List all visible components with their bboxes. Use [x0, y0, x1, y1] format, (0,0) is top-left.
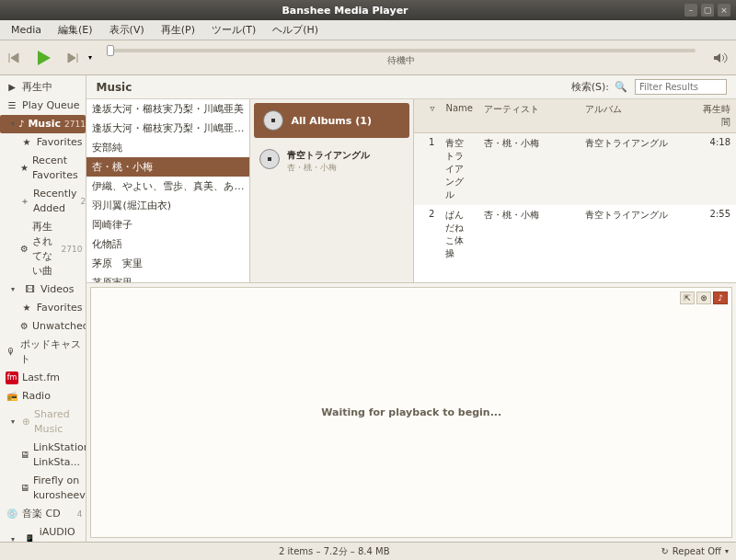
col-time[interactable]: 再生時間 — [690, 99, 736, 132]
col-album[interactable]: アルバム — [580, 99, 690, 132]
menubar: Media 編集(E) 表示(V) 再生(P) ツール(T) ヘルプ(H) — [0, 20, 736, 40]
artist-row[interactable]: 伊織、やよい、雪歩、真美、あずさ — [86, 177, 249, 196]
menu-media[interactable]: Media — [4, 22, 49, 38]
repeat-toggle[interactable]: ↻ Repeat Off ▾ — [661, 546, 729, 556]
status-summary: 2 items – 7.2分 – 8.4 MB — [7, 545, 661, 558]
search-input[interactable] — [635, 79, 727, 95]
podcast-icon: 🎙 — [6, 346, 17, 359]
previous-button[interactable] — [6, 48, 26, 68]
sidebar-recently-added[interactable]: ＋Recently Added2710 — [0, 185, 86, 218]
sidebar-firefly[interactable]: 🖥Firefly on kurosheeva — [0, 472, 86, 505]
expander-icon[interactable]: ▾ — [11, 532, 19, 542]
track-header[interactable]: ▿ Name アーティスト アルバム 再生時間 — [414, 99, 736, 133]
artist-row[interactable]: 茅原実里 — [86, 273, 249, 282]
close-pane-button[interactable]: ⊗ — [696, 291, 711, 304]
minimize-button[interactable]: – — [684, 4, 697, 17]
menu-view[interactable]: 表示(V) — [102, 21, 152, 39]
artist-row[interactable]: 逢坂大河・櫛枝実乃梨・川嶋亜美 — [86, 99, 249, 119]
window-controls: – ▢ × — [684, 4, 730, 17]
sidebar-radio[interactable]: 📻Radio — [0, 387, 86, 406]
undock-button[interactable]: ⇱ — [680, 291, 695, 304]
sidebar-favorites[interactable]: ★Favorites — [0, 133, 86, 152]
sidebar-lastfm[interactable]: fmLast.fm — [0, 369, 86, 387]
artist-list[interactable]: 逢坂大河・櫛枝実乃梨・川嶋亜美逢坂大河・櫛枝実乃梨・川嶋亜美 (CV:...安部… — [86, 99, 250, 282]
browser: 逢坂大河・櫛枝実乃梨・川嶋亜美逢坂大河・櫛枝実乃梨・川嶋亜美 (CV:...安部… — [86, 99, 736, 283]
all-albums-row[interactable]: All Albums (1) — [254, 103, 409, 138]
globe-icon: ⊕ — [21, 416, 30, 429]
device-icon: 📱 — [23, 533, 35, 542]
sidebar-recent-favorites[interactable]: ★Recent Favorites — [0, 152, 86, 185]
menu-tools[interactable]: ツール(T) — [204, 21, 263, 39]
sidebar-linkstation[interactable]: 🖥LinkStation: LinkSta... — [0, 439, 86, 472]
lastfm-scrobble-button[interactable]: ♪ — [713, 291, 728, 304]
sidebar-now-playing[interactable]: ▶再生中 — [0, 78, 86, 97]
disc-icon — [263, 110, 283, 131]
display-icon: ▶ — [6, 81, 18, 94]
close-button[interactable]: × — [718, 4, 730, 17]
lower-pane: ⇱ ⊗ ♪ Waiting for playback to begin... — [86, 283, 736, 542]
radio-icon: 📻 — [6, 390, 18, 403]
sidebar-podcast[interactable]: 🎙ポッドキャスト — [0, 336, 86, 369]
video-icon: 🎞 — [24, 283, 37, 296]
star-icon: ★ — [20, 302, 33, 314]
volume-icon[interactable] — [710, 48, 730, 68]
track-row[interactable]: 1青空トライアングル杏・桃・小梅青空トライアングル4:18 — [414, 133, 736, 205]
sidebar-play-queue[interactable]: ☰Play Queue — [0, 97, 86, 115]
sidebar-unplayed[interactable]: ⚙再生されてない曲2710 — [0, 218, 86, 280]
sidebar-audio-cd[interactable]: 💿音楽 CD4 — [0, 505, 86, 523]
next-button[interactable] — [61, 48, 81, 68]
search-icon: 🔍 — [615, 81, 627, 93]
disc-icon — [259, 149, 280, 169]
plus-icon: ＋ — [20, 195, 29, 208]
sidebar-music[interactable]: ▾♪Music2711 — [0, 115, 86, 133]
sidebar-iaudio[interactable]: ▾📱iAUDIO 7 — [0, 523, 86, 542]
server-icon: 🖥 — [20, 449, 29, 462]
album-item[interactable]: 青空トライアングル 杏・桃・小梅 — [250, 142, 413, 181]
toolbar: ▾ 待機中 — [0, 40, 736, 75]
track-row[interactable]: 2ぱんだねこ体操杏・桃・小梅青空トライアングル2:55 — [414, 205, 736, 264]
expander-icon[interactable]: ▾ — [11, 282, 20, 297]
album-list: All Albums (1) 青空トライアングル 杏・桃・小梅 — [250, 99, 414, 282]
expander-icon[interactable]: ▾ — [11, 415, 17, 429]
disc-icon: 💿 — [6, 508, 18, 520]
artist-row[interactable]: 安部純 — [86, 138, 249, 157]
menu-play[interactable]: 再生(P) — [154, 21, 202, 39]
artist-row[interactable]: 逢坂大河・櫛枝実乃梨・川嶋亜美 (CV:... — [86, 119, 249, 138]
server-icon: 🖥 — [20, 482, 29, 495]
menu-edit[interactable]: 編集(E) — [51, 21, 100, 39]
window-title: Banshee Media Player — [6, 5, 684, 17]
now-playing-text: Waiting for playback to begin... — [321, 406, 501, 418]
content-header: Music 検索(S): 🔍 — [86, 75, 736, 99]
gear-icon: ⚙ — [20, 243, 29, 256]
search-label: 検索(S): — [571, 80, 609, 94]
track-list: ▿ Name アーティスト アルバム 再生時間 1青空トライアングル杏・桃・小梅… — [414, 99, 736, 282]
music-icon: ♪ — [18, 118, 24, 131]
titlebar: Banshee Media Player – ▢ × — [0, 0, 736, 20]
now-playing-pane: ⇱ ⊗ ♪ Waiting for playback to begin... — [90, 287, 732, 538]
artist-row[interactable]: 化物語 — [86, 234, 249, 254]
sidebar-videos[interactable]: ▾🎞Videos — [0, 280, 86, 299]
content: Music 検索(S): 🔍 逢坂大河・櫛枝実乃梨・川嶋亜美逢坂大河・櫛枝実乃梨… — [86, 75, 736, 542]
artist-row[interactable]: 岡崎律子 — [86, 215, 249, 234]
playback-status: 待機中 — [107, 54, 696, 67]
col-indicator[interactable]: ▿ — [414, 99, 440, 132]
col-name[interactable]: Name — [440, 99, 478, 132]
play-button[interactable] — [33, 48, 53, 68]
sidebar-shared[interactable]: ▾⊕Shared Music — [0, 406, 86, 439]
artist-row[interactable]: 杏・桃・小梅 — [86, 157, 249, 177]
col-artist[interactable]: アーティスト — [478, 99, 580, 132]
seek-slider[interactable]: 待機中 — [99, 49, 703, 67]
statusbar: 2 items – 7.2分 – 8.4 MB ↻ Repeat Off ▾ — [0, 542, 736, 560]
sidebar-unwatched[interactable]: ⚙Unwatched — [0, 317, 86, 336]
expander-icon[interactable]: ▾ — [11, 117, 15, 131]
artist-row[interactable]: 茅原 実里 — [86, 254, 249, 273]
maximize-button[interactable]: ▢ — [701, 4, 714, 17]
gear-icon: ⚙ — [20, 320, 29, 333]
artist-row[interactable]: 羽川翼(堀江由衣) — [86, 196, 249, 215]
star-icon: ★ — [20, 136, 33, 149]
menu-help[interactable]: ヘルプ(H) — [265, 21, 326, 39]
next-dropdown-icon[interactable]: ▾ — [88, 53, 92, 62]
main: ▶再生中 ☰Play Queue ▾♪Music2711 ★Favorites … — [0, 75, 736, 542]
star-icon: ★ — [20, 162, 29, 175]
sidebar-video-favorites[interactable]: ★Favorites — [0, 299, 86, 317]
